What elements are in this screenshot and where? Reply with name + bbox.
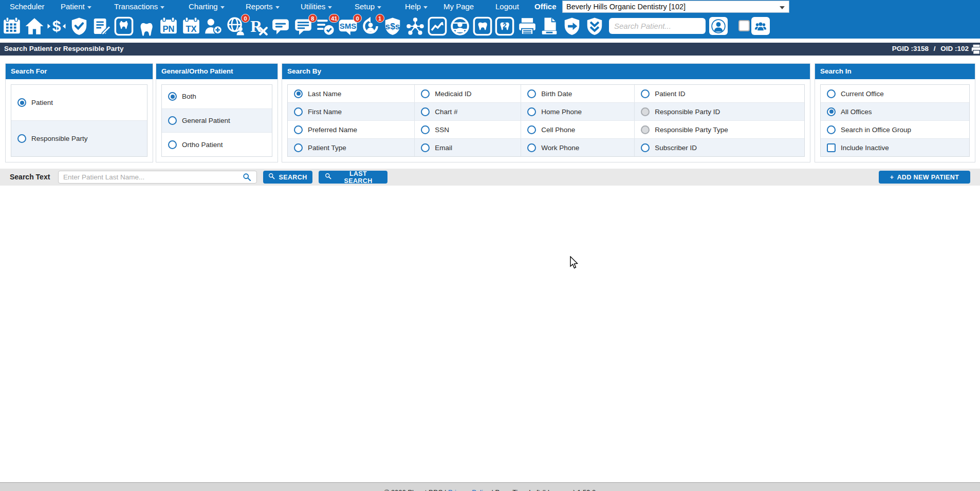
radio[interactable] (421, 143, 430, 152)
scheduler-calendar-icon[interactable] (2, 16, 22, 36)
web-globe-patient-icon[interactable]: 0 (226, 16, 246, 36)
tooth-chart-icon[interactable] (114, 16, 134, 36)
search-in-option-current-office[interactable]: Current Office (821, 85, 969, 103)
radio[interactable] (527, 143, 536, 152)
search-by-option-cell-phone[interactable]: Cell Phone (521, 121, 635, 138)
search-in-option-all-offices[interactable]: All Offices (821, 103, 969, 121)
search-in-option-search-in-office-group[interactable]: Search in Office Group (821, 121, 969, 139)
search-by-option-chart-[interactable]: Chart # (415, 103, 521, 120)
fees-shield-icon[interactable]: s$s (383, 16, 402, 36)
search-by-option-ssn[interactable]: SSN (415, 121, 521, 138)
radio[interactable] (827, 89, 836, 98)
search-by-option-first-name[interactable]: First Name (288, 103, 415, 120)
tooth-icon[interactable] (473, 16, 492, 36)
radio[interactable] (641, 143, 650, 152)
home-icon[interactable] (25, 16, 44, 36)
radio[interactable] (168, 140, 177, 149)
general-ortho-option-ortho-patient[interactable]: Ortho Patient (162, 133, 272, 156)
search-text-input[interactable] (58, 171, 257, 184)
tx-calendar-icon[interactable]: TX (181, 16, 201, 36)
search-by-option-medicaid-id[interactable]: Medicaid ID (415, 85, 521, 102)
document-print-icon[interactable] (540, 16, 559, 36)
search-for-option-responsible-party[interactable]: Responsible Party (11, 121, 147, 156)
sms-icon[interactable]: SMS0 (338, 16, 358, 36)
search-in-option-include-inactive[interactable]: Include Inactive (821, 139, 969, 156)
privacy-policy-link[interactable]: Privacy Policy (448, 488, 490, 491)
radio-selected[interactable] (168, 92, 177, 101)
general-ortho-option-general-patient[interactable]: General Patient (162, 109, 272, 133)
search-by-option-last-name[interactable]: Last Name (288, 85, 415, 102)
analytics-chart-icon[interactable] (428, 16, 447, 36)
search-button[interactable]: SEARCH (263, 171, 312, 184)
radio[interactable] (527, 125, 536, 134)
menu-item-logout[interactable]: Logout (495, 0, 519, 14)
shield-download-icon[interactable] (585, 16, 604, 36)
footer-session-timer: | Page Time Left (hh:mm:ss) 1:59:2 (492, 488, 596, 491)
radio[interactable] (294, 125, 303, 134)
radio[interactable] (17, 134, 26, 143)
shield-forward-icon[interactable] (562, 16, 582, 36)
menu-item-transactions[interactable]: Transactions (114, 0, 164, 14)
menu-item-scheduler[interactable]: Scheduler (10, 0, 45, 14)
perio-molar-icon[interactable] (137, 16, 156, 36)
search-icon[interactable] (243, 173, 252, 182)
add-new-patient-button[interactable]: + ADD NEW PATIENT (879, 171, 970, 184)
search-by-option-work-phone[interactable]: Work Phone (521, 139, 635, 156)
radio[interactable] (294, 143, 303, 152)
radio-selected[interactable] (827, 107, 836, 116)
radio-selected[interactable] (17, 98, 26, 107)
menu-item-help[interactable]: Help (405, 0, 428, 14)
menu-item-patient[interactable]: Patient (61, 0, 91, 14)
general-ortho-option-both[interactable]: Both (162, 85, 272, 109)
search-by-option-patient-type[interactable]: Patient Type (288, 139, 415, 156)
pn-calendar-icon[interactable]: PN (159, 16, 178, 36)
patient-search-button[interactable] (709, 17, 728, 35)
menu-item-setup[interactable]: Setup (355, 0, 381, 14)
radio[interactable] (421, 107, 430, 116)
radio[interactable] (421, 89, 430, 98)
radio[interactable] (827, 125, 836, 134)
search-by-option-preferred-name[interactable]: Preferred Name (288, 121, 415, 138)
patient-sync-icon[interactable]: 1 (361, 16, 380, 36)
tooth-2-icon[interactable]: 2 (495, 16, 514, 36)
toolbar-checkbox[interactable] (738, 20, 750, 31)
radio[interactable] (527, 89, 536, 98)
menu-item-office[interactable]: Office (534, 0, 557, 14)
radio[interactable] (294, 107, 303, 116)
menu-item-utilities[interactable]: Utilities (301, 0, 332, 14)
menu-item-my-page[interactable]: My Page (443, 0, 474, 14)
tasks-check-icon[interactable]: 41 (316, 16, 335, 36)
checkbox[interactable] (827, 143, 836, 152)
rx-icon[interactable]: R (249, 16, 268, 36)
search-by-option-patient-id[interactable]: Patient ID (635, 85, 804, 102)
radio-selected[interactable] (294, 89, 303, 98)
message-bubble-icon[interactable] (271, 16, 290, 36)
add-patient-icon[interactable] (204, 16, 223, 36)
portal-globe-user-icon[interactable] (450, 16, 470, 36)
radio[interactable] (168, 116, 177, 125)
patient-quick-search-input[interactable] (609, 18, 706, 34)
patient-group-button[interactable] (751, 17, 770, 35)
search-by-option-home-phone[interactable]: Home Phone (521, 103, 635, 120)
printer-icon[interactable] (517, 16, 537, 36)
payments-dollar-icon[interactable]: $ (47, 16, 66, 36)
insurance-shield-check-icon[interactable] (69, 16, 89, 36)
search-by-grid: Last NameMedicaid IDBirth DatePatient ID… (287, 84, 805, 157)
radio[interactable] (641, 89, 650, 98)
menu-item-reports[interactable]: Reports (246, 0, 280, 14)
menu-item-charting[interactable]: Charting (189, 0, 225, 14)
radio[interactable] (527, 107, 536, 116)
search-by-option-email[interactable]: Email (415, 139, 521, 156)
main-menu-bar: OfficeLogoutMy PageHelpSetupUtilitiesRep… (0, 0, 980, 14)
search-by-option-birth-date[interactable]: Birth Date (521, 85, 635, 102)
print-icon[interactable] (970, 44, 980, 55)
search-by-option-subscriber-id[interactable]: Subscriber ID (635, 139, 804, 156)
last-search-button[interactable]: LAST SEARCH (319, 171, 387, 184)
radio[interactable] (421, 125, 430, 134)
search-for-option-patient[interactable]: Patient (11, 85, 147, 121)
referral-network-icon[interactable] (405, 16, 425, 36)
search-by-row: First NameChart #Home PhoneResponsible P… (288, 103, 804, 121)
chat-messages-icon[interactable]: 8 (293, 16, 313, 36)
progress-notes-icon[interactable] (91, 16, 111, 36)
office-select[interactable]: Beverly Hills Organic Dentistry [102] (562, 1, 789, 13)
